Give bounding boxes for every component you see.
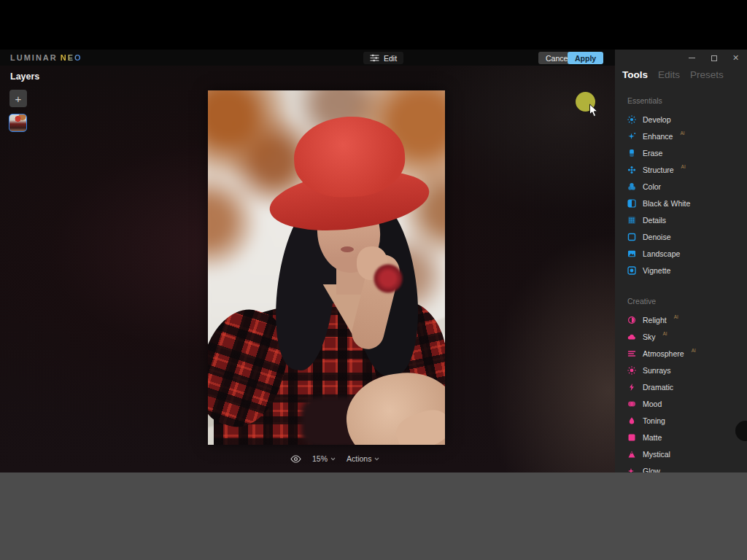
window-controls: ✕ [688, 54, 740, 62]
tool-denoise[interactable]: Denoise [627, 228, 743, 245]
tool-label: Glow [643, 467, 660, 473]
tool-vignette[interactable]: Vignette [627, 262, 743, 279]
eye-icon [290, 455, 301, 463]
chevron-down-icon [374, 457, 379, 461]
relight-icon [627, 316, 636, 324]
tool-erase[interactable]: Erase [627, 144, 743, 161]
tool-glow[interactable]: Glow [627, 462, 743, 472]
vignette-icon [627, 266, 636, 275]
tool-label: Details [643, 216, 666, 225]
photo-canvas[interactable] [208, 90, 445, 445]
tool-mystical[interactable]: Mystical [627, 446, 743, 462]
maximize-icon[interactable] [710, 54, 718, 62]
zoom-level-dropdown[interactable]: 15% [312, 454, 336, 463]
tools-panel: ✕ ToolsEditsPresets EssentialsDevelopEnh… [615, 50, 747, 472]
tool-label: Relight [643, 316, 667, 324]
tool-atmosphere[interactable]: AtmosphereAI [627, 345, 743, 362]
atmosphere-icon [627, 349, 636, 358]
denoise-icon [627, 233, 636, 241]
tool-develop[interactable]: Develop [627, 111, 743, 128]
section-creative: CreativeRelightAISkyAIAtmosphereAISunray… [627, 297, 743, 472]
tool-label: Develop [643, 115, 671, 124]
sky-icon [627, 332, 636, 341]
ai-badge: AI [680, 131, 684, 136]
tool-label: Color [643, 182, 661, 191]
logo-neo: NEO [61, 53, 82, 62]
preview-toggle-button[interactable] [290, 455, 301, 463]
actions-dropdown[interactable]: Actions [347, 454, 379, 463]
viewer-toolbar: 15% Actions [290, 454, 379, 463]
sunrays-icon [627, 366, 636, 375]
tool-label: Structure [643, 166, 674, 174]
ai-badge: AI [692, 348, 696, 353]
erase-icon [627, 149, 636, 158]
layer-thumbnail-selected[interactable] [9, 114, 27, 132]
titlebar: LUMINARNEO Edit Cancel Apply [0, 50, 615, 66]
actions-label: Actions [347, 454, 371, 463]
tool-label: Sunrays [643, 366, 671, 375]
enhance-icon [627, 132, 636, 141]
zoom-level-value: 15% [312, 454, 328, 463]
layers-panel-title: Layers [10, 71, 39, 82]
tool-mood[interactable]: Mood [627, 395, 743, 412]
tool-dramatic[interactable]: Dramatic [627, 378, 743, 395]
tool-matte[interactable]: Matte [627, 429, 743, 446]
structure-icon [627, 166, 636, 174]
tool-label: Dramatic [643, 383, 673, 392]
ai-badge: AI [681, 164, 686, 169]
tool-relight[interactable]: RelightAI [627, 311, 743, 328]
tool-label: Erase [643, 149, 662, 158]
close-icon[interactable]: ✕ [732, 54, 740, 62]
tool-structure[interactable]: StructureAI [627, 161, 743, 178]
section-header: Creative [627, 297, 743, 311]
develop-icon [627, 115, 636, 124]
apply-button[interactable]: Apply [568, 52, 603, 64]
tab-tools[interactable]: Tools [622, 69, 648, 80]
tool-enhance[interactable]: EnhanceAI [627, 128, 743, 144]
tool-label: Atmosphere [643, 349, 684, 358]
ai-badge: AI [663, 331, 667, 336]
details-icon [627, 216, 636, 225]
color-icon [627, 182, 636, 191]
tool-details[interactable]: Details [627, 211, 743, 228]
section-essentials: EssentialsDevelopEnhanceAIEraseStructure… [627, 96, 743, 279]
tool-label: Mystical [643, 450, 670, 459]
sliders-icon [370, 54, 379, 62]
app-logo: LUMINARNEO [10, 53, 82, 62]
tool-label: Toning [643, 416, 665, 425]
matte-icon [627, 433, 636, 442]
landscape-icon [627, 249, 636, 258]
photo-subject-flower [373, 262, 403, 295]
tool-sky[interactable]: SkyAI [627, 328, 743, 345]
canvas-backdrop: Layers + [0, 66, 615, 472]
ai-badge: AI [674, 314, 678, 319]
app-window: LUMINARNEO Edit Cancel Apply Layers + [0, 50, 747, 472]
tool-toning[interactable]: Toning [627, 412, 743, 429]
edit-mode-button[interactable]: Edit [363, 52, 403, 64]
mouse-cursor [589, 104, 599, 121]
tool-label: Landscape [643, 249, 680, 258]
tool-label: Vignette [643, 266, 670, 275]
canvas-area: LUMINARNEO Edit Cancel Apply Layers + [0, 50, 615, 472]
minimize-icon[interactable] [688, 54, 696, 62]
tool-label: Enhance [643, 132, 673, 141]
bottom-strip [0, 472, 747, 560]
mystical-icon [627, 450, 636, 459]
tool-label: Denoise [643, 233, 671, 241]
tool-color[interactable]: Color [627, 178, 743, 195]
panel-tabs: ToolsEditsPresets [622, 69, 724, 80]
tab-presets[interactable]: Presets [690, 69, 724, 80]
add-layer-button[interactable]: + [9, 90, 27, 107]
tool-label: Sky [643, 332, 656, 341]
dramatic-icon [627, 383, 636, 392]
mood-icon [627, 400, 636, 408]
black-white-icon [627, 199, 636, 208]
tool-label: Matte [643, 433, 662, 442]
tool-black-white[interactable]: Black & White [627, 195, 743, 211]
tool-sunrays[interactable]: Sunrays [627, 362, 743, 378]
tool-landscape[interactable]: Landscape [627, 245, 743, 262]
logo-luminar: LUMINAR [10, 53, 58, 62]
tool-label: Mood [643, 400, 662, 408]
tab-edits[interactable]: Edits [658, 69, 680, 80]
photo-subject-lips [341, 246, 354, 252]
